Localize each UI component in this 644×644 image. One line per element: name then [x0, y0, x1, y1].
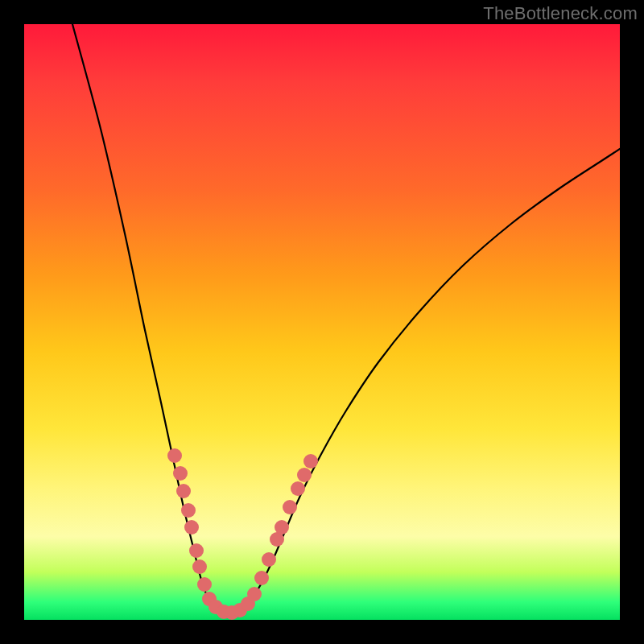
curve-svg: [24, 24, 620, 620]
curve-dot: [303, 454, 318, 469]
curve-dot: [247, 587, 262, 601]
curve-dot: [189, 543, 204, 558]
plot-area: [24, 24, 620, 620]
curve-dot: [184, 520, 199, 535]
curve-dot: [167, 448, 182, 463]
curve-dot: [283, 500, 297, 514]
curve-dot: [275, 520, 289, 535]
curve-dot: [254, 571, 269, 585]
curve-dot: [297, 468, 312, 482]
curve-dot: [262, 552, 276, 567]
curve-dot: [176, 484, 191, 498]
curve-dot: [291, 481, 305, 496]
watermark-text: TheBottleneck.com: [483, 3, 638, 24]
bottleneck-curve: [72, 24, 620, 613]
curve-dots: [167, 448, 318, 620]
curve-dot: [181, 503, 196, 518]
curve-dot: [192, 559, 207, 574]
chart-stage: TheBottleneck.com: [0, 0, 644, 644]
curve-dot: [173, 466, 188, 481]
curve-dot: [197, 577, 212, 592]
